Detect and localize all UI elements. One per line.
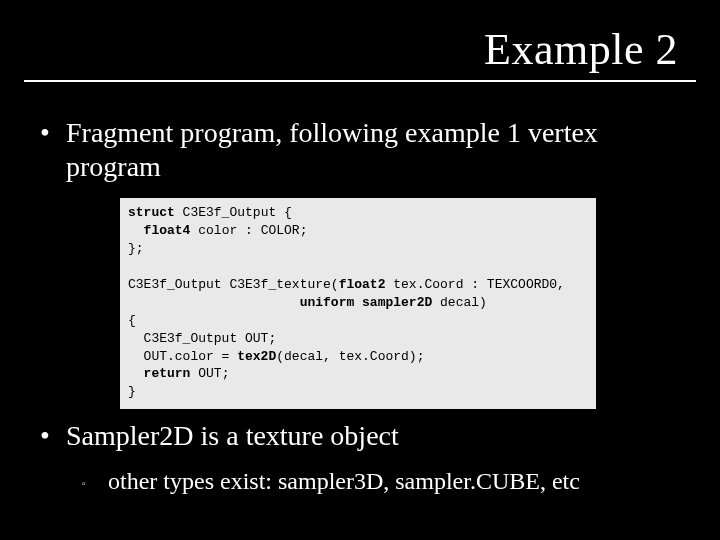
title-underline [24, 80, 696, 82]
code-text: C3E3f_Output C3E3f_texture( [128, 277, 339, 292]
subbullet-marker: ▫ [82, 468, 108, 496]
code-text: (decal, tex.Coord); [276, 349, 424, 364]
code-text: OUT; [190, 366, 229, 381]
code-text: OUT.color = [128, 349, 237, 364]
code-text: { [128, 313, 136, 328]
code-kw: struct [128, 205, 175, 220]
bullet-fragment-program: • Fragment program, following example 1 … [40, 116, 680, 184]
subbullet-text: other types exist: sampler3D, sampler.CU… [108, 468, 580, 495]
code-kw: float2 [339, 277, 386, 292]
code-text: C3E3f_Output { [175, 205, 292, 220]
code-kw: tex2D [237, 349, 276, 364]
slide-title: Example 2 [484, 24, 678, 75]
bullet-sampler2d: • Sampler2D is a texture object [40, 420, 680, 452]
code-kw: float4 [128, 223, 190, 238]
bullet-text: Sampler2D is a texture object [66, 420, 399, 452]
subbullet-other-types: ▫ other types exist: sampler3D, sampler.… [82, 468, 682, 496]
code-text: C3E3f_Output OUT; [128, 331, 276, 346]
code-kw: return [128, 366, 190, 381]
code-text: } [128, 384, 136, 399]
code-text: tex.Coord : TEXCOORD0, [385, 277, 564, 292]
bullet-dot: • [40, 420, 66, 452]
code-text: decal) [432, 295, 487, 310]
bullet-text: Fragment program, following example 1 ve… [66, 116, 680, 184]
code-text: color : COLOR; [190, 223, 307, 238]
bullet-dot: • [40, 116, 66, 184]
code-text: }; [128, 241, 144, 256]
code-block: struct C3E3f_Output { float4 color : COL… [120, 198, 596, 409]
code-text [128, 295, 300, 310]
code-kw: uniform sampler2D [300, 295, 433, 310]
